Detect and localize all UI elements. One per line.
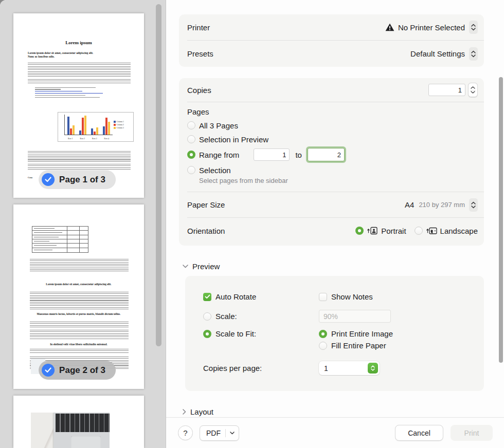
chevron-right-icon (183, 409, 186, 415)
orientation-label: Orientation (187, 227, 225, 235)
pages-section: Pages All 3 Pages Selection in Preview R… (179, 102, 484, 192)
checkbox-checked[interactable] (203, 293, 211, 301)
paper-size-row: Paper Size A4 210 by 297 mm (179, 192, 484, 217)
copies-per-page-row: Copies per page: 1 (185, 361, 484, 375)
doc-subtitle: Lorem ipsum dolor sit amet, consectetur … (28, 51, 131, 59)
preview-section-title: Preview (192, 262, 220, 271)
preview-options-group: Auto Rotate Show Notes Scale: (185, 276, 484, 391)
radio-unselected[interactable] (203, 312, 211, 321)
radio-selected[interactable] (203, 330, 211, 338)
pages-option-selection-in-preview[interactable]: Selection in Preview (187, 134, 478, 144)
selection-hint: Select pages from the sidebar (199, 177, 478, 184)
presets-label: Presets (187, 49, 213, 58)
paragraph-lines (30, 322, 129, 328)
paragraph-lines (28, 151, 131, 162)
page-badge-label: Page 2 of 3 (59, 365, 105, 376)
checkbox-unchecked[interactable] (319, 293, 327, 301)
laptop-keyboard (56, 414, 110, 432)
help-button[interactable]: ? (178, 425, 193, 440)
radio-unselected[interactable] (187, 121, 195, 129)
copies-label: Copies (187, 86, 211, 95)
laptop-trackpad (71, 436, 101, 448)
radio-unselected[interactable] (415, 227, 423, 235)
printer-value: No Printer Selected (398, 23, 465, 32)
doc-text: Cras (28, 176, 32, 179)
orientation-landscape-option[interactable]: Landscape (415, 226, 478, 235)
chart-x-labels: Row 1 Row 2 Row 3 Row 4 (64, 138, 113, 140)
range-to-label: to (295, 151, 302, 159)
auto-rotate-option[interactable]: Auto Rotate (185, 292, 319, 301)
page-selected-check-icon[interactable] (42, 173, 55, 186)
copies-input[interactable] (428, 84, 465, 96)
paragraph-lines (30, 259, 129, 271)
laptop-image (53, 413, 110, 448)
printer-row: Printer No Printer Selected (179, 14, 484, 40)
radio-unselected[interactable] (187, 135, 195, 143)
panel-scrollbar[interactable] (499, 77, 503, 363)
copies-per-page-select[interactable]: 1 (319, 361, 380, 375)
print-entire-image-option[interactable]: Print Entire Image (319, 329, 393, 338)
orientation-portrait-option[interactable]: Portrait (355, 226, 406, 235)
page-badge-label: Page 1 of 3 (59, 175, 105, 185)
print-settings-panel: Printer No Printer Selected Presets Defa… (166, 0, 504, 448)
paragraph-lines (30, 292, 129, 309)
scale-row: Scale: (185, 310, 484, 323)
scale-option[interactable]: Scale: (185, 312, 319, 321)
scale-to-fit-option[interactable]: Scale to Fit: (185, 329, 319, 338)
doc-heading: Lorem ipsum dolor sit amet, consectetur … (29, 283, 129, 286)
layout-section-header[interactable]: Layout (183, 407, 213, 416)
chart-legend: Column 1 Column 2 Column 3 (114, 121, 132, 130)
copies-stepper[interactable] (468, 83, 478, 97)
orientation-row: Orientation Portrait (179, 218, 484, 244)
cancel-button[interactable]: Cancel (395, 425, 443, 441)
paragraph-lines (28, 79, 131, 84)
presets-dropdown[interactable] (469, 47, 478, 61)
dialog-footer: ? PDF Cancel Print (166, 417, 504, 448)
embedded-bar-chart: Row 1 Row 2 Row 3 Row 4 Column 1 Column … (58, 112, 134, 142)
fill-entire-paper-option[interactable]: Fill Entire Paper (319, 341, 386, 350)
chevron-down-icon (183, 265, 188, 268)
pages-option-all[interactable]: All 3 Pages (187, 120, 478, 130)
range-from-input[interactable] (254, 148, 290, 161)
copies-per-page-label: Copies per page: (203, 364, 262, 372)
paragraph-lines (28, 63, 131, 77)
paragraph-lines (30, 349, 129, 354)
radio-selected[interactable] (319, 330, 327, 338)
doc-heading: Maecenas mauris lectus, lobortis et puru… (34, 312, 123, 316)
chevron-down-icon[interactable] (226, 432, 239, 435)
range-to-input[interactable] (308, 148, 345, 161)
presets-value: Default Settings (410, 49, 465, 58)
print-dialog: Lorem ipsum Lorem ipsum dolor sit amet, … (0, 0, 504, 448)
landscape-icon (426, 226, 437, 235)
doc-heading: In eleifend velit vitae libero sollicitu… (29, 343, 129, 346)
show-notes-option[interactable]: Show Notes (319, 292, 373, 301)
radio-selected[interactable] (355, 227, 364, 235)
bullet-list-lines (29, 86, 123, 98)
radio-unselected[interactable] (319, 342, 327, 350)
warning-icon (385, 23, 394, 31)
page-thumbnail-sidebar: Lorem ipsum Lorem ipsum dolor sit amet, … (0, 0, 166, 448)
portrait-icon (367, 226, 378, 235)
radio-selected[interactable] (187, 151, 195, 159)
laptop-photo (31, 413, 110, 448)
paper-size-value: A4 (405, 200, 414, 209)
pages-option-range[interactable]: Range from to (187, 148, 478, 161)
paper-size-dropdown[interactable] (469, 198, 478, 212)
printer-dropdown[interactable] (469, 21, 478, 34)
select-stepper-icon (368, 363, 378, 374)
print-button-disabled[interactable]: Print (451, 425, 493, 441)
layout-section-title: Layout (190, 407, 213, 416)
pdf-menu-button[interactable]: PDF (200, 425, 239, 441)
page-1-badge: Page 1 of 3 (39, 170, 116, 189)
page-selected-check-icon[interactable] (42, 364, 55, 377)
page-3-thumbnail[interactable] (13, 396, 144, 448)
radio-unselected[interactable] (187, 166, 195, 174)
fill-entire-paper-row: Fill Entire Paper (185, 341, 484, 350)
printer-presets-group: Printer No Printer Selected Presets Defa… (179, 14, 484, 67)
checkbox-row: Auto Rotate Show Notes (185, 292, 484, 301)
sidebar-scrollbar[interactable] (156, 4, 161, 346)
preview-section-header[interactable]: Preview (183, 262, 220, 271)
scale-percent-input[interactable] (319, 310, 391, 323)
paragraph-lines (30, 330, 129, 340)
pages-option-selection[interactable]: Selection (187, 165, 478, 175)
